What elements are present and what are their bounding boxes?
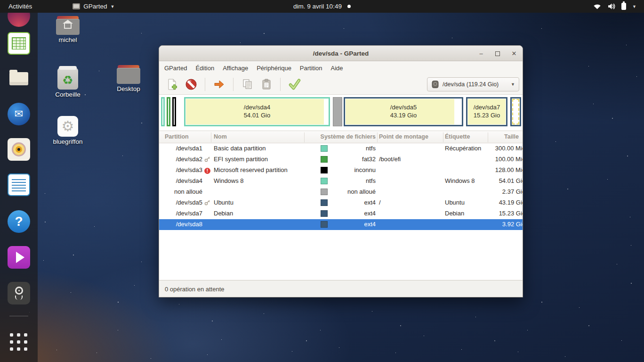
cell-name: Windows 8 <box>214 177 244 184</box>
window-title: /dev/sda - GParted <box>313 50 369 57</box>
menu-aide[interactable]: Aide <box>327 63 347 74</box>
cell-partition: /dev/sda8 <box>159 221 202 228</box>
cell-label: Debian <box>445 210 464 217</box>
cell-name: Basic data partition <box>214 145 266 152</box>
show-applications-button[interactable] <box>8 331 30 354</box>
new-partition-button[interactable] <box>166 78 178 90</box>
cell-partition: /dev/sda4 <box>159 177 202 184</box>
cell-filesystem: fat32 <box>329 156 376 163</box>
visual-partition-sda1[interactable] <box>161 97 165 126</box>
cell-filesystem: ext4 <box>329 210 376 217</box>
dock-item-rhythmbox[interactable] <box>8 138 30 161</box>
desktop-icon-corbeille[interactable]: ♻ Corbeille <box>45 68 90 98</box>
close-button[interactable]: ✕ <box>510 50 518 57</box>
table-row-devsda4[interactable]: /dev/sda4Windows 8ntfsWindows 854.01 Gio <box>159 176 523 187</box>
visual-partition-sda4[interactable]: /dev/sda454.01 Gio <box>184 97 330 126</box>
header-partition[interactable]: Partition <box>165 133 189 140</box>
apply-operations-button[interactable] <box>288 78 301 90</box>
key-icon <box>204 156 212 164</box>
dock-item-gparted[interactable] <box>8 282 30 304</box>
key-icon <box>204 199 212 207</box>
copy-button[interactable] <box>241 78 254 90</box>
clock[interactable]: dim. 9 avril 10:49 <box>293 3 342 10</box>
window-titlebar[interactable]: /dev/sda - GParted – ✕ <box>159 46 523 61</box>
header-filesystem[interactable]: Système de fichiers <box>305 133 376 140</box>
table-row-devsda8[interactable]: /dev/sda8ext43.92 Gio <box>159 219 523 230</box>
menu-edition[interactable]: Édition <box>191 63 218 74</box>
visual-partition-sda3[interactable] <box>172 97 176 126</box>
fs-color-swatch <box>321 189 328 195</box>
dock-item-help[interactable]: ? <box>8 210 30 233</box>
visual-partition-sda2[interactable] <box>167 97 170 126</box>
desktop-icon-label: bluegriffon <box>45 138 90 145</box>
partition-table-body: /dev/sda1Basic data partitionntfsRécupér… <box>159 143 523 230</box>
header-taille[interactable]: Taille <box>481 133 519 140</box>
visual-partition-sda5[interactable]: /dev/sda543.19 Gio <box>344 97 463 126</box>
fs-color-swatch <box>321 199 328 206</box>
desktop-icon-bluegriffon[interactable]: ⚙ bluegriffon <box>45 116 90 145</box>
header-nom[interactable]: Nom <box>214 133 227 140</box>
cell-filesystem: ext4 <box>329 199 376 206</box>
app-menu[interactable]: GParted ▼ <box>72 3 114 10</box>
header-etiquette[interactable]: Étiquette <box>445 133 470 140</box>
header-separator <box>304 132 305 142</box>
drive-stand-icon <box>15 296 23 300</box>
table-row-devsda3[interactable]: /dev/sda3!Microsoft reserved partitionin… <box>159 165 523 176</box>
menu-peripherique[interactable]: Périphérique <box>252 63 296 74</box>
visual-partition-sda8[interactable] <box>510 97 521 126</box>
cell-size: 3.92 Gio <box>483 221 523 228</box>
activities-button[interactable]: Activités <box>0 3 40 10</box>
device-selector[interactable]: /dev/sda (119.24 Gio) ▼ <box>427 77 519 91</box>
header-mountpoint[interactable]: Point de montage <box>379 133 428 140</box>
visual-partition-sda7[interactable]: /dev/sda715.23 Gio <box>466 97 507 126</box>
maximize-button[interactable] <box>495 51 500 56</box>
table-row-devsda7[interactable]: /dev/sda7Debianext4Debian15.23 Gio <box>159 208 523 219</box>
fs-color-swatch <box>321 167 328 173</box>
home-folder-icon <box>56 16 80 35</box>
window-content: /dev/sda454.01 Gio/dev/sda543.19 Gio/dev… <box>159 95 523 280</box>
cell-filesystem: ntfs <box>329 145 376 152</box>
battery-icon <box>621 3 626 10</box>
desktop-icon-desktop[interactable]: Desktop <box>106 65 151 92</box>
delete-partition-button[interactable] <box>185 78 197 90</box>
table-row-nonallou[interactable]: non allouénon alloué2.37 Gio <box>159 187 523 197</box>
menu-gparted[interactable]: GParted <box>160 63 191 74</box>
menu-affichage[interactable]: Affichage <box>218 63 252 74</box>
fs-color-swatch <box>321 145 328 152</box>
resize-move-button[interactable] <box>213 78 225 90</box>
minimize-button[interactable]: – <box>477 50 485 57</box>
dock-item-files[interactable] <box>8 67 30 90</box>
chevron-down-icon: ▼ <box>111 4 115 9</box>
menu-partition[interactable]: Partition <box>296 63 327 74</box>
dock-item-libreoffice-calc[interactable] <box>8 32 30 55</box>
header-separator <box>443 132 443 142</box>
table-row-devsda5[interactable]: /dev/sda5Ubuntuext4/Ubuntu43.19 Gio <box>159 197 523 208</box>
table-row-devsda2[interactable]: /dev/sda2EFI system partitionfat32/boot/… <box>159 154 523 165</box>
dock-item-firefox[interactable] <box>8 13 30 27</box>
header-separator <box>488 132 488 142</box>
cell-partition: /dev/sda3 <box>159 166 202 173</box>
paste-button[interactable] <box>260 78 273 90</box>
cell-partition: /dev/sda1 <box>159 145 202 152</box>
question-mark-icon: ? <box>15 214 23 229</box>
wifi-icon <box>593 3 601 9</box>
cell-label: Windows 8 <box>445 177 475 184</box>
dock-item-thunderbird[interactable]: ✉ <box>8 103 30 125</box>
cell-filesystem: ext4 <box>329 221 376 228</box>
table-row-devsda1[interactable]: /dev/sda1Basic data partitionntfsRécupér… <box>159 143 523 154</box>
dock-item-libreoffice-writer[interactable] <box>8 173 30 196</box>
top-bar: Activités GParted ▼ dim. 9 avril 10:49 ▼ <box>0 0 644 13</box>
cell-size: 54.01 Gio <box>483 177 523 184</box>
system-tray[interactable]: ▼ <box>593 3 644 10</box>
dock-item-videos[interactable] <box>8 246 30 269</box>
folder-icon <box>9 72 28 85</box>
cell-size: 300.00 Mio <box>483 145 523 152</box>
desktop-icon-label: michel <box>45 36 90 43</box>
desktop-icon-michel[interactable]: michel <box>45 16 90 43</box>
visual-partition-unallocated[interactable] <box>333 97 342 126</box>
cell-label: Ubuntu <box>445 199 465 206</box>
cell-filesystem: non alloué <box>329 188 376 195</box>
trash-icon: ♻ <box>57 68 78 90</box>
app-menu-label: GParted <box>83 3 107 10</box>
gparted-app-icon <box>72 3 80 9</box>
